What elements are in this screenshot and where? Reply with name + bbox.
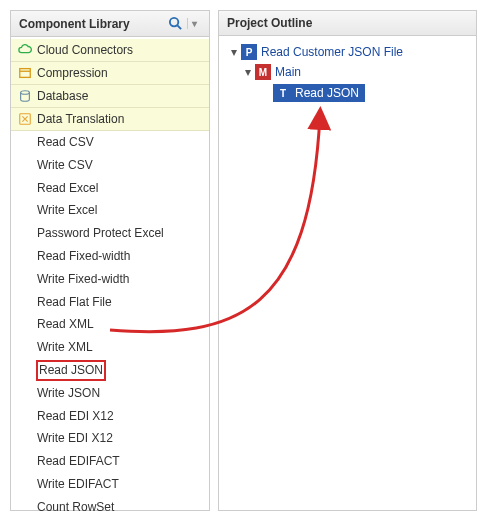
component-library-panel: Component Library ▾ Cloud ConnectorsComp… [10,10,210,511]
component-item[interactable]: Write CSV [11,154,209,177]
tree-row-project[interactable]: ▾ P Read Customer JSON File [225,42,470,62]
component-item[interactable]: Write JSON [11,382,209,405]
component-item[interactable]: Write EDIFACT [11,473,209,496]
component-item[interactable]: Read JSON [37,361,105,380]
category-label: Cloud Connectors [37,43,133,57]
project-outline-body: ▾ P Read Customer JSON File ▾ M Main T R… [219,36,476,110]
tree-label-main[interactable]: Main [275,65,301,79]
component-library-title: Component Library [19,17,130,31]
component-item[interactable]: Write EDI X12 [11,427,209,450]
project-outline-header: Project Outline [219,11,476,36]
component-item[interactable]: Count RowSet [11,496,209,519]
tree-label-project[interactable]: Read Customer JSON File [261,45,403,59]
svg-point-4 [21,91,30,95]
svg-rect-2 [20,69,31,78]
archive-icon [17,65,33,81]
translate-icon [17,111,33,127]
tree-label-read-json-text: Read JSON [295,86,359,100]
component-item[interactable]: Write XML [11,336,209,359]
component-library-body: Cloud ConnectorsCompressionDatabaseData … [11,37,209,521]
project-badge-icon: P [241,44,257,60]
dropdown-icon[interactable]: ▾ [187,18,201,29]
component-item[interactable]: Read XML [11,313,209,336]
component-item[interactable]: Read Fixed-width [11,245,209,268]
svg-point-0 [170,18,178,26]
category-label: Data Translation [37,112,124,126]
project-outline-title: Project Outline [227,16,312,30]
component-item[interactable]: Read Flat File [11,291,209,314]
category-cloud[interactable]: Cloud Connectors [11,39,209,62]
category-compression[interactable]: Compression [11,62,209,85]
component-item[interactable]: Read EDI X12 [11,405,209,428]
tree-toggle-icon[interactable]: ▾ [241,65,255,79]
tree-toggle-icon[interactable]: ▾ [227,45,241,59]
component-item[interactable]: Write Fixed-width [11,268,209,291]
project-outline-panel: Project Outline ▾ P Read Customer JSON F… [218,10,477,511]
component-library-header: Component Library ▾ [11,11,209,37]
db-icon [17,88,33,104]
svg-line-1 [177,25,181,29]
tree-row-main[interactable]: ▾ M Main [225,62,470,82]
category-label: Database [37,89,88,103]
cloud-icon [17,42,33,58]
component-item[interactable]: Read EDIFACT [11,450,209,473]
task-badge-icon: T [275,85,291,101]
component-item[interactable]: Read CSV [11,131,209,154]
component-item[interactable]: Password Protect Excel [11,222,209,245]
component-item[interactable]: Read Excel [11,177,209,200]
category-database[interactable]: Database [11,85,209,108]
category-data-translation[interactable]: Data Translation [11,108,209,131]
category-label: Compression [37,66,108,80]
module-badge-icon: M [255,64,271,80]
tree-label-read-json[interactable]: T Read JSON [273,84,365,102]
component-item[interactable]: Write Excel [11,199,209,222]
tree-row-read-json[interactable]: T Read JSON [225,82,470,104]
search-icon[interactable] [168,16,183,31]
